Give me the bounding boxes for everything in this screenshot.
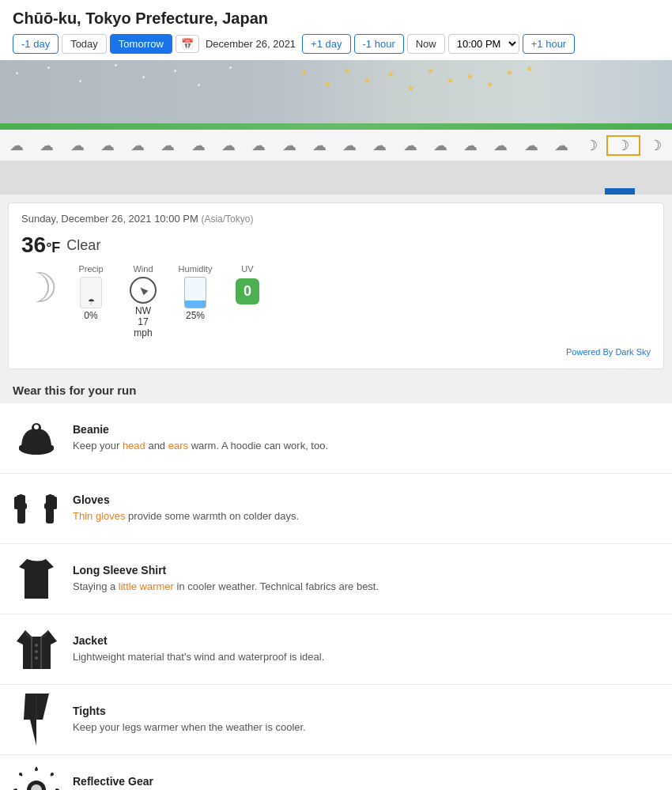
minus1day-button[interactable]: -1 day [13,34,59,54]
svg-point-17 [35,650,38,653]
jacket-desc: Lightweight material that's wind and wat… [73,650,659,664]
tights-info: Tights Keep your legs warmer when the we… [73,705,659,735]
nav-bar: -1 day Today Tomorrow 📅 December 26, 202… [13,34,659,54]
weather-icon-17 [516,137,546,154]
jacket-icon [13,626,60,673]
weather-icon-4 [123,137,153,154]
gloves-desc: Thin gloves provide some warmth on colde… [73,509,659,524]
clothing-item-reflective: Reflective Gear You're much harder to se… [0,755,672,790]
jacket-info: Jacket Lightweight material that's wind … [73,634,659,664]
wear-section: Wear this for your run Beanie Keep your … [0,376,672,790]
gloves-info: Gloves Thin gloves provide some warmth o… [73,493,659,524]
svg-point-30 [35,768,38,771]
weather-icon-10 [304,137,334,154]
humidity-stat: Humidity 25% [176,264,215,321]
powered-by: Powered By Dark Sky [21,345,651,357]
minus1hour-button[interactable]: -1 hour [354,34,404,54]
clothing-item-gloves: Gloves Thin gloves provide some warmth o… [0,474,672,544]
weather-icon-18 [546,137,576,154]
weather-icons-row: ☽ [0,130,672,161]
tights-desc: Keep your legs warmer when the weather i… [73,720,659,735]
weather-icon-20-selected: ☽ [606,135,640,156]
reflective-name: Reflective Gear [73,775,659,788]
uv-stat: UV 0 [228,264,267,304]
weather-icon-8 [244,137,274,154]
date-display: December 26, 2021 [206,38,296,50]
weather-icon-6 [183,137,213,154]
timeline-bg: ★ ★ ★ ★ ★ ★ ★ ★ ★ ★ ★ ★ [0,60,672,123]
snow-dots: ★ ★ ★ ★ ★ ★ ★ ★ ★ ★ ★ ★ [0,60,672,123]
wind-unit: mph [123,327,163,338]
shirt-desc: Staying a little warmer in cooler weathe… [73,580,659,594]
reflective-info: Reflective Gear You're much harder to se… [73,775,659,790]
now-button[interactable]: Now [407,34,445,54]
weather-icon-0 [2,137,32,154]
weather-date: Sunday, December 26, 2021 10:00 PM (Asia… [21,213,651,225]
tomorrow-button[interactable]: Tomorrow [110,34,172,54]
selected-arrow [613,193,626,195]
clothing-item-jacket: Jacket Lightweight material that's wind … [0,614,672,685]
calendar-icon[interactable]: 📅 [176,35,199,53]
clothing-list: Beanie Keep your head and ears warm. A h… [0,403,672,790]
svg-rect-2 [19,445,54,451]
clothing-item-shirt: Long Sleeve Shirt Staying a little warme… [0,544,672,614]
precip-icon: ☂ [88,297,95,306]
dark-sky-link[interactable]: Powered By Dark Sky [566,347,651,357]
weather-icon-14 [425,137,455,154]
weather-icon-15 [455,137,485,154]
reflective-icon [13,766,60,790]
section-title: Wear this for your run [0,376,672,403]
svg-point-34 [19,773,22,776]
svg-point-18 [35,656,38,660]
tights-icon [13,696,60,743]
temperature: 36°F [21,232,60,258]
location-title: Chūō-ku, Tokyo Prefecture, Japan [13,9,659,28]
weather-icon-11 [334,137,364,154]
wind-stat: Wind NW 17 mph [123,264,163,338]
page-wrapper: Chūō-ku, Tokyo Prefecture, Japan -1 day … [0,0,672,790]
weather-details-row: ☽ Precip ☂ 0% Wind NW 17 mph [21,264,651,338]
weather-icon-12 [364,137,395,154]
svg-point-3 [34,425,39,429]
beanie-info: Beanie Keep your head and ears warm. A h… [73,423,659,453]
clothing-item-tights: Tights Keep your legs warmer when the we… [0,685,672,755]
svg-point-16 [35,644,38,647]
weather-icon-2 [62,137,92,154]
gloves-name: Gloves [73,493,659,506]
svg-point-35 [51,773,54,776]
weather-icon-16 [485,137,515,154]
plus1hour-button[interactable]: +1 hour [523,34,575,54]
beanie-icon [13,414,60,462]
wind-speed: 17 [123,316,163,327]
page-header: Chūō-ku, Tokyo Prefecture, Japan -1 day … [0,0,672,60]
timeline-container: ★ ★ ★ ★ ★ ★ ★ ★ ★ ★ ★ ★ [0,60,672,195]
weather-icon-3 [92,137,123,154]
shirt-info: Long Sleeve Shirt Staying a little warme… [73,564,659,594]
weather-icon-5 [153,137,183,154]
tights-name: Tights [73,705,659,717]
green-bar [0,123,672,130]
clothing-item-beanie: Beanie Keep your head and ears warm. A h… [0,403,672,474]
weather-icon-19 [576,137,606,154]
beanie-name: Beanie [73,423,659,436]
weather-card: Sunday, December 26, 2021 10:00 PM (Asia… [8,202,664,369]
moon-symbol: ☽ [21,267,59,308]
condition-text: Clear [66,237,100,254]
shirt-name: Long Sleeve Shirt [73,564,659,576]
jacket-name: Jacket [73,634,659,647]
beanie-desc: Keep your head and ears warm. A hoodie c… [73,439,659,453]
gloves-icon [13,485,60,532]
time-select[interactable]: 10:00 PM [448,34,519,54]
temp-condition-row: 36°F Clear [21,232,651,258]
svg-rect-9 [21,495,25,506]
weather-icon-1 [32,137,62,154]
today-button[interactable]: Today [62,34,107,54]
svg-rect-15 [46,495,50,506]
wind-direction: NW [123,305,163,316]
plus1day-button[interactable]: +1 day [302,34,350,54]
weather-icon-9 [274,137,304,154]
weather-icon-13 [395,137,425,154]
uv-badge: 0 [236,278,259,304]
weather-icon-7 [213,137,244,154]
shirt-icon [13,555,60,603]
